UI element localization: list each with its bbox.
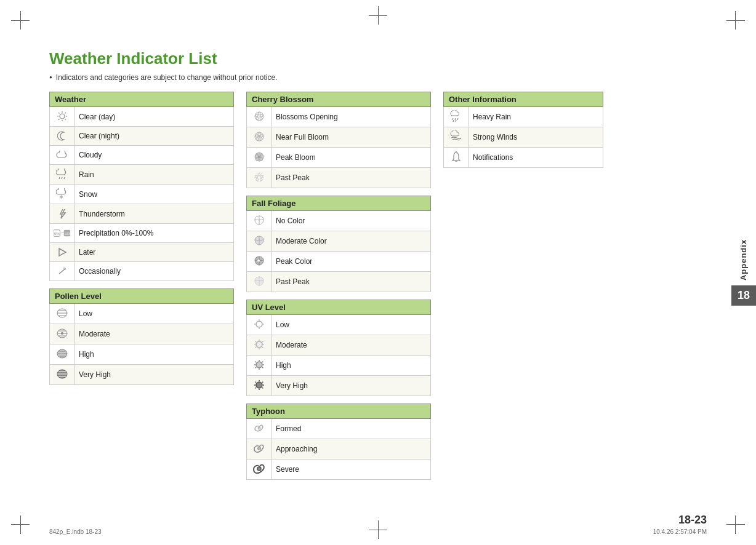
fall-table: Fall Foliage No Color bbox=[246, 196, 431, 292]
table-row: Moderate bbox=[247, 335, 431, 356]
weather-label: Thunderstorm bbox=[75, 204, 234, 224]
fall-peak-icon: ★ bbox=[251, 254, 268, 268]
pollen-low-icon bbox=[54, 306, 71, 320]
uv-label: High bbox=[272, 356, 431, 376]
svg-line-7 bbox=[65, 113, 66, 113]
svg-line-76 bbox=[262, 347, 263, 348]
cherry-table: Cherry Blossom Blossoms Opening bbox=[246, 92, 431, 188]
pollen-veryhigh-icon bbox=[54, 367, 71, 381]
svg-point-49 bbox=[255, 135, 258, 137]
fall-moderate-icon bbox=[251, 234, 268, 247]
crosshair-top bbox=[369, 6, 387, 25]
weather-label: Clear (night) bbox=[75, 127, 234, 146]
table-row: Formed bbox=[247, 419, 431, 439]
uv-table: UV Level Low bbox=[246, 300, 431, 396]
icon-cell bbox=[50, 324, 75, 344]
reg-mark-br bbox=[726, 515, 745, 534]
fall-label: Past Peak bbox=[272, 272, 431, 292]
table-row: No Color bbox=[247, 211, 431, 231]
table-row: Clear (night) bbox=[50, 127, 234, 146]
svg-line-11 bbox=[64, 177, 65, 179]
svg-line-9 bbox=[59, 177, 60, 179]
svg-line-102 bbox=[457, 118, 458, 120]
cherry-label: Peak Bloom bbox=[272, 148, 431, 168]
icon-cell bbox=[444, 107, 469, 127]
pollen-label: High bbox=[75, 344, 234, 365]
other-label: Heavy Rain bbox=[469, 107, 603, 127]
uv-veryhigh-icon bbox=[251, 378, 268, 392]
svg-point-43 bbox=[258, 115, 260, 117]
weather-label: Clear (day) bbox=[75, 107, 234, 127]
uv-header: UV Level bbox=[247, 300, 431, 315]
icon-cell: 0%–100% bbox=[50, 224, 75, 243]
svg-line-84 bbox=[255, 362, 256, 362]
icon-cell bbox=[50, 204, 75, 224]
uv-moderate-icon bbox=[251, 338, 268, 351]
weather-label: Later bbox=[75, 243, 234, 262]
table-row: Approaching bbox=[247, 439, 431, 459]
icon-cell bbox=[247, 439, 272, 459]
icon-cell bbox=[444, 148, 469, 168]
table-row: Heavy Rain bbox=[444, 107, 603, 127]
table-row: Moderate bbox=[50, 324, 234, 344]
table-row: Past Peak bbox=[247, 168, 431, 188]
svg-point-60 bbox=[260, 175, 263, 178]
col-left: Weather Clear (day) bbox=[49, 92, 234, 392]
icon-cell bbox=[247, 459, 272, 480]
table-row: Near Full Bloom bbox=[247, 127, 431, 148]
svg-point-50 bbox=[258, 135, 260, 138]
svg-point-40 bbox=[260, 117, 262, 120]
table-row: Blossoms Opening bbox=[247, 107, 431, 127]
icon-cell bbox=[247, 419, 272, 439]
fall-nocolor-icon bbox=[251, 213, 268, 227]
table-row: Later bbox=[50, 243, 234, 262]
weather-label: Cloudy bbox=[75, 146, 234, 165]
reg-mark-bl bbox=[11, 515, 30, 534]
other-table: Other Information Heavy Rain bbox=[443, 92, 603, 168]
table-row: Rain bbox=[50, 165, 234, 185]
past-peak-blossom-icon bbox=[251, 170, 268, 184]
icon-cell bbox=[444, 127, 469, 148]
near-full-bloom-icon bbox=[251, 130, 268, 143]
icon-cell bbox=[247, 356, 272, 376]
table-row: Very High bbox=[50, 365, 234, 385]
svg-point-65 bbox=[256, 321, 262, 327]
table-row: Very High bbox=[247, 376, 431, 396]
svg-point-47 bbox=[260, 138, 262, 140]
weather-header: Weather bbox=[50, 92, 234, 107]
svg-point-39 bbox=[260, 114, 263, 117]
blossom-opening-icon bbox=[251, 109, 268, 123]
precip-icon: 0%–100% bbox=[54, 226, 71, 240]
table-row: Past Peak bbox=[247, 272, 431, 292]
reg-mark-tr bbox=[726, 11, 745, 30]
svg-text:–: – bbox=[61, 229, 64, 235]
svg-text:❄: ❄ bbox=[59, 194, 63, 199]
typhoon-label: Approaching bbox=[272, 439, 431, 459]
table-row: Cloudy bbox=[50, 146, 234, 165]
appendix-label: Appendix bbox=[739, 239, 748, 280]
svg-line-87 bbox=[255, 367, 256, 368]
icon-cell bbox=[50, 127, 75, 146]
icon-cell bbox=[50, 243, 75, 262]
svg-point-62 bbox=[256, 178, 259, 181]
svg-point-54 bbox=[260, 158, 263, 161]
peak-bloom-icon bbox=[251, 150, 268, 164]
other-label: Strong Winds bbox=[469, 127, 603, 148]
svg-point-45 bbox=[258, 133, 260, 135]
cherry-label: Near Full Bloom bbox=[272, 127, 431, 148]
icon-cell: ★ bbox=[247, 252, 272, 272]
table-row: Occasionally bbox=[50, 262, 234, 281]
moon-icon bbox=[54, 129, 71, 143]
icon-cell bbox=[247, 107, 272, 127]
svg-point-61 bbox=[260, 178, 262, 181]
rain-icon bbox=[54, 167, 71, 181]
icon-cell bbox=[247, 272, 272, 292]
heavy-rain-icon bbox=[448, 109, 465, 123]
table-row: Clear (day) bbox=[50, 107, 234, 127]
uv-label: Low bbox=[272, 315, 431, 335]
svg-point-53 bbox=[260, 155, 263, 158]
uv-label: Very High bbox=[272, 376, 431, 396]
svg-point-42 bbox=[255, 114, 258, 117]
cherry-label: Past Peak bbox=[272, 168, 431, 188]
svg-text:0%: 0% bbox=[54, 231, 60, 236]
